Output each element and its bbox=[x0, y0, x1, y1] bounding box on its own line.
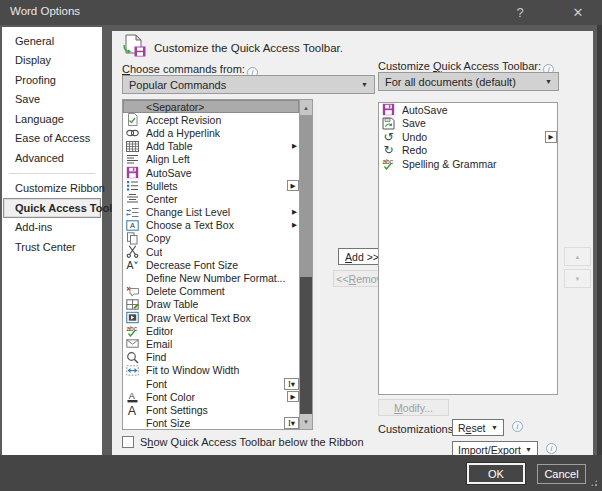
sidebar-item[interactable]: General bbox=[3, 31, 101, 51]
command-list-item[interactable]: <Separator> bbox=[123, 100, 299, 113]
command-label: Accept Revision bbox=[146, 114, 221, 126]
sidebar-item[interactable]: Add-ins bbox=[3, 218, 101, 238]
cut-icon bbox=[126, 245, 139, 258]
editor-icon: abc bbox=[126, 324, 139, 337]
info-icon[interactable]: i bbox=[512, 421, 523, 432]
scrollbar-thumb[interactable] bbox=[300, 115, 312, 277]
scrollbar-track[interactable] bbox=[300, 277, 312, 414]
sidebar-item[interactable]: Customize Ribbon bbox=[3, 179, 101, 199]
command-list-item[interactable]: Change List Level ▶ bbox=[123, 206, 299, 219]
window-title: Word Options bbox=[10, 5, 80, 17]
svg-text:A: A bbox=[128, 404, 137, 417]
copy-icon bbox=[126, 232, 139, 245]
qat-list-item[interactable]: abc Spelling & Grammar bbox=[379, 157, 557, 171]
command-label: Define New Number Format... bbox=[146, 272, 285, 284]
vertical-text-box-icon bbox=[126, 311, 139, 324]
modify-button[interactable]: Modify... bbox=[378, 399, 449, 416]
ok-button[interactable]: OK bbox=[467, 463, 525, 484]
command-icon bbox=[126, 100, 139, 113]
command-list-item[interactable]: Define New Number Format... bbox=[123, 271, 299, 284]
sidebar-item[interactable]: Language bbox=[3, 109, 101, 129]
command-list-item[interactable]: Align Left bbox=[123, 153, 299, 166]
help-icon[interactable]: ? bbox=[505, 3, 535, 22]
command-label: Editor bbox=[146, 325, 173, 337]
command-list-item[interactable]: Font I▾ bbox=[123, 377, 299, 390]
qat-list-item[interactable]: AutoSave bbox=[379, 103, 557, 117]
font-settings-icon: A bbox=[126, 403, 139, 416]
move-down-button[interactable]: ▼ bbox=[564, 269, 591, 288]
info-icon[interactable]: i bbox=[546, 443, 557, 454]
cancel-button[interactable]: Cancel bbox=[537, 464, 586, 484]
command-list-item[interactable]: Fit to Window Width bbox=[123, 364, 299, 377]
dialog-right-edge bbox=[597, 25, 602, 455]
command-list-item[interactable]: A Choose a Text Box ▶ bbox=[123, 219, 299, 232]
move-up-button[interactable]: ▲ bbox=[564, 247, 591, 266]
command-list-item[interactable]: Draw Vertical Text Box bbox=[123, 311, 299, 324]
show-below-ribbon-checkbox[interactable] bbox=[122, 436, 134, 448]
qat-list-rows: AutoSave Save ↺ Undo ▶ ↻ Redo bbox=[379, 103, 557, 394]
sidebar-item[interactable]: Save bbox=[3, 90, 101, 110]
command-label: Email bbox=[146, 338, 172, 350]
command-label: AutoSave bbox=[146, 167, 192, 179]
sidebar-item[interactable]: Trust Center bbox=[3, 237, 101, 257]
save-icon bbox=[382, 117, 395, 130]
chevron-down-icon: ▼ bbox=[545, 78, 552, 85]
hyperlink-icon bbox=[126, 126, 139, 139]
command-list-item[interactable]: Add a Hyperlink bbox=[123, 126, 299, 139]
sidebar-item[interactable]: Display bbox=[3, 51, 101, 71]
close-icon[interactable]: ✕ bbox=[563, 3, 593, 22]
command-list-item[interactable]: Draw Table bbox=[123, 298, 299, 311]
command-label: Fit to Window Width bbox=[146, 364, 239, 376]
command-list-item[interactable]: A Decrease Font Size bbox=[123, 258, 299, 271]
command-list-item[interactable]: Bullets ▶ bbox=[123, 179, 299, 192]
qat-list-item[interactable]: ↺ Undo ▶ bbox=[379, 130, 557, 144]
center-icon bbox=[126, 192, 139, 205]
qat-list-item[interactable]: ↻ Redo bbox=[379, 144, 557, 158]
command-list-item[interactable]: Add Table ▶ bbox=[123, 140, 299, 153]
command-label: Font Settings bbox=[146, 404, 208, 416]
command-list: <Separator> Accept Revision Add a Hyperl… bbox=[122, 99, 313, 430]
choose-commands-dropdown[interactable]: Popular Commands ▼ bbox=[122, 75, 375, 94]
command-list-item[interactable]: Delete Comment bbox=[123, 285, 299, 298]
customizations-label: Customizations: bbox=[378, 423, 456, 435]
command-list-item[interactable]: Font Size I▾ bbox=[123, 417, 299, 430]
command-label: Draw Table bbox=[146, 298, 198, 310]
sidebar-item[interactable]: Advanced bbox=[3, 148, 101, 168]
command-list-item[interactable]: Accept Revision bbox=[123, 113, 299, 126]
customize-qat-dropdown[interactable]: For all documents (default) ▼ bbox=[378, 72, 559, 91]
show-below-ribbon-label: Show Quick Access Toolbar below the Ribb… bbox=[140, 436, 364, 448]
sidebar-item-label: Trust Center bbox=[15, 241, 76, 253]
command-list-item[interactable]: AutoSave bbox=[123, 166, 299, 179]
svg-text:abc: abc bbox=[127, 325, 138, 332]
sidebar-item-label: General bbox=[15, 35, 54, 47]
command-list-item[interactable]: abc Editor bbox=[123, 324, 299, 337]
sidebar-item[interactable]: Quick Access Toolbar bbox=[3, 198, 101, 218]
scroll-down-icon[interactable]: ▼ bbox=[300, 414, 312, 429]
command-label: Bullets bbox=[146, 180, 178, 192]
qat-settings-panel: Customize the Quick Access Toolbar. Choo… bbox=[112, 31, 593, 455]
command-list-item[interactable]: Center bbox=[123, 192, 299, 205]
sidebar-item[interactable]: Ease of Access bbox=[3, 129, 101, 149]
qat-list-item[interactable]: Save bbox=[379, 117, 557, 131]
command-list-item[interactable]: Copy bbox=[123, 232, 299, 245]
title-bar[interactable]: Word Options ? ✕ bbox=[0, 0, 602, 25]
font-color-icon: A bbox=[126, 390, 139, 403]
command-list-item[interactable]: Find bbox=[123, 351, 299, 364]
chevron-down-icon: ▼ bbox=[361, 81, 368, 88]
customize-qat-value: For all documents (default) bbox=[385, 76, 541, 88]
command-list-item[interactable]: Email bbox=[123, 337, 299, 350]
spelling-icon: abc bbox=[382, 157, 395, 170]
command-icon bbox=[126, 272, 139, 285]
scroll-up-icon[interactable]: ▲ bbox=[300, 100, 312, 115]
command-list-item[interactable]: Cut bbox=[123, 245, 299, 258]
command-label: Center bbox=[146, 193, 178, 205]
choose-commands-value: Popular Commands bbox=[129, 79, 357, 91]
sidebar-item[interactable]: Proofing bbox=[3, 70, 101, 90]
command-list-scrollbar[interactable]: ▲ ▼ bbox=[299, 100, 312, 429]
command-list-item[interactable]: A Font Settings bbox=[123, 403, 299, 416]
command-label: Font Color bbox=[146, 391, 195, 403]
qat-item-label: Spelling & Grammar bbox=[402, 158, 497, 170]
qat-item-label: AutoSave bbox=[402, 104, 448, 116]
command-list-item[interactable]: A Font Color ▶ bbox=[123, 390, 299, 403]
reset-button[interactable]: Reset ▼ bbox=[452, 419, 504, 436]
